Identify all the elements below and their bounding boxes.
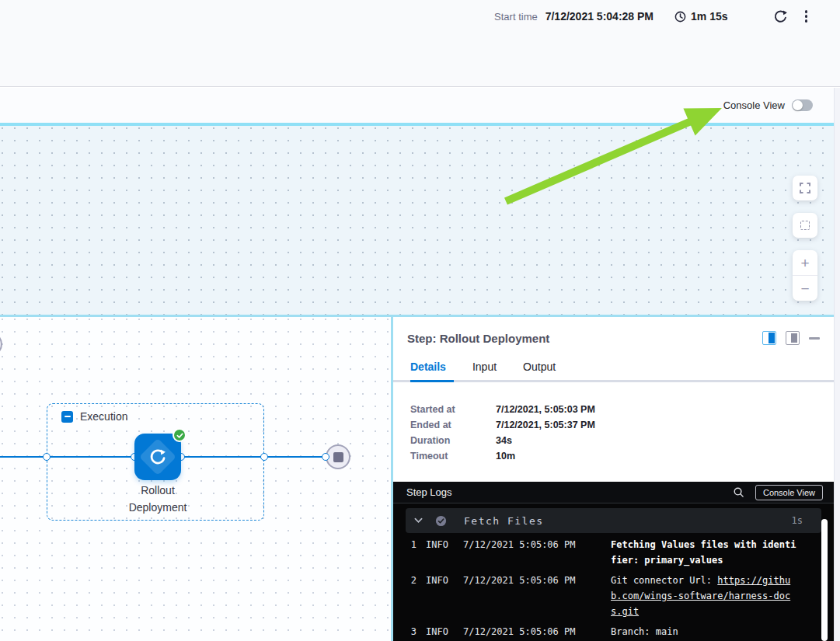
canvas-expand-control [793, 176, 817, 200]
log-line-1: 1 INFO 7/12/2021 5:05:06 PM Fetching Val… [406, 537, 821, 568]
step-logs-section: Step Logs Console View Fetch Files [393, 482, 834, 641]
pipeline-canvas-lower[interactable]: Execution Rollout Deployment [0, 317, 391, 641]
tab-details[interactable]: Details [410, 361, 446, 373]
refresh-button[interactable] [772, 8, 789, 26]
log-message: Fetching Values files with identifier: p… [611, 537, 797, 568]
console-view-toggle[interactable] [792, 99, 813, 111]
canvas-zoom-control: + − [793, 250, 817, 301]
pipeline-canvas-upper[interactable] [0, 126, 834, 315]
console-view-label: Console View [723, 99, 785, 111]
minus-icon: − [800, 281, 809, 296]
connector-point [260, 453, 268, 461]
node-label: Rollout Deployment [96, 482, 220, 516]
detail-row-ended: Ended at 7/12/2021, 5:05:37 PM [410, 420, 834, 430]
plus-icon: + [800, 256, 809, 270]
log-line-3: 3 INFO 7/12/2021 5:05:06 PM Branch: main [406, 624, 821, 639]
tabs-divider [393, 380, 834, 382]
canvas-fit-control [793, 213, 817, 238]
section-success-icon [435, 515, 447, 527]
toggle-knob [793, 100, 803, 110]
execution-group-label: Execution [61, 410, 127, 423]
split-view-right-icon[interactable] [762, 331, 776, 345]
cyan-divider-middle [0, 315, 834, 317]
execution-meta-row: Start time 7/12/2021 5:04:28 PM 1m 15s [494, 6, 812, 26]
rollout-icon [148, 447, 168, 467]
kebab-icon [805, 10, 808, 13]
panel-view-controls [762, 331, 820, 345]
detail-row-started: Started at 7/12/2021, 5:05:03 PM [410, 404, 834, 415]
page-scrollbar-track[interactable] [834, 88, 840, 641]
top-bar: Start time 7/12/2021 5:04:28 PM 1m 15s [0, 0, 840, 87]
pipeline-execution-page: Start time 7/12/2021 5:04:28 PM 1m 15s C… [0, 0, 840, 641]
stop-icon [333, 452, 343, 462]
detail-row-timeout: Timeout 10m [410, 451, 834, 462]
console-view-bar: Console View [0, 88, 834, 123]
clock-icon [674, 10, 687, 23]
start-time-value: 7/12/2021 5:04:28 PM [545, 10, 654, 23]
step-logs-title: Step Logs [406, 486, 733, 498]
log-search-button[interactable] [733, 486, 744, 498]
step-details-list: Started at 7/12/2021, 5:05:03 PM Ended a… [393, 382, 834, 466]
cyan-divider-vertical [391, 317, 393, 641]
start-time-label: Start time [494, 11, 538, 23]
more-options-button[interactable] [800, 9, 813, 24]
logs-console-view-button[interactable]: Console View [755, 485, 823, 500]
log-message: Git connector Url: https://github.com/wi… [611, 573, 797, 619]
active-tab-indicator [410, 380, 454, 382]
connector-point [322, 453, 329, 461]
panel-title: Step: Rollout Deployment [407, 332, 762, 345]
step-logs-header: Step Logs Console View [393, 482, 834, 503]
log-viewer[interactable]: Fetch Files 1s 1 INFO 7/12/2021 5:05:06 … [393, 503, 834, 641]
success-badge [173, 428, 186, 442]
refresh-icon [773, 9, 788, 24]
panel-tabs: Details Input Output [393, 345, 834, 380]
fit-to-screen-icon [800, 221, 810, 230]
duration-value: 1m 15s [691, 10, 727, 23]
connector-point [43, 453, 51, 461]
zoom-in-button[interactable]: + [793, 250, 817, 275]
panel-header: Step: Rollout Deployment [393, 317, 834, 345]
expand-icon [800, 183, 810, 193]
step-details-panel: Step: Rollout Deployment Details Input O… [393, 317, 834, 641]
tab-input[interactable]: Input [472, 361, 497, 373]
fullscreen-button[interactable] [793, 176, 817, 200]
rollout-deployment-node[interactable] [134, 434, 181, 480]
chevron-down-icon[interactable] [414, 517, 423, 524]
detail-row-duration: Duration 34s [410, 435, 834, 446]
offscreen-node [0, 332, 2, 357]
duration-wrap: 1m 15s [674, 10, 727, 23]
section-duration: 1s [792, 515, 803, 526]
zoom-out-button[interactable]: − [793, 276, 817, 301]
minimize-panel-icon[interactable] [809, 337, 820, 340]
search-icon [733, 486, 744, 498]
fit-to-screen-button[interactable] [793, 213, 817, 238]
section-name: Fetch Files [464, 515, 792, 527]
log-section-fetch-files[interactable]: Fetch Files 1s [406, 508, 821, 533]
cyan-divider-top [0, 123, 834, 126]
collapse-group-icon[interactable] [61, 411, 73, 423]
tab-output[interactable]: Output [523, 361, 556, 373]
log-scrollbar-thumb[interactable] [821, 519, 828, 641]
log-line-2: 2 INFO 7/12/2021 5:05:06 PM Git connecto… [406, 573, 821, 619]
split-view-bottom-icon[interactable] [786, 331, 800, 345]
log-message: Branch: main [611, 624, 797, 639]
